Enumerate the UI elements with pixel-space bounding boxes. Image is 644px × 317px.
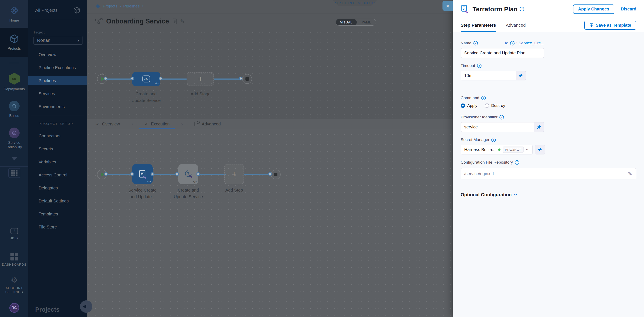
rail-item-builds[interactable]: Builds (0, 101, 28, 118)
tab-step-parameters[interactable]: Step Parameters (460, 18, 496, 32)
rail-item-home[interactable]: Home (0, 0, 28, 28)
info-icon[interactable]: i (477, 64, 482, 68)
help-chat-icon: ? (10, 228, 18, 234)
provisioner-runtime-pin-button[interactable] (534, 122, 544, 132)
add-stage-button[interactable]: + (187, 72, 214, 86)
sidebar-item-templates[interactable]: Templates (28, 210, 87, 218)
chevron-right-icon: › (120, 4, 121, 9)
chevron-right-icon: › (142, 4, 143, 9)
step-config-panel: Terraform Plan i Apply Changes Discard S… (453, 0, 644, 317)
project-select[interactable]: Rohan › (34, 36, 83, 44)
timeout-label: Timeout i (460, 63, 636, 68)
apply-changes-button[interactable]: Apply Changes (573, 4, 614, 14)
rail-more-chevron-icon[interactable] (11, 157, 17, 160)
timeout-input[interactable] (460, 71, 516, 80)
optional-configuration-toggle[interactable]: Optional Configuration › (460, 192, 636, 198)
timeout-runtime-pin-button[interactable] (516, 71, 526, 80)
name-input[interactable] (460, 48, 544, 58)
toggle-yaml[interactable]: YAML (357, 19, 376, 26)
step-node-terraform-plan[interactable]: </> (132, 164, 153, 184)
command-radio-group: Apply Destroy (460, 103, 636, 108)
info-icon[interactable]: i (491, 138, 496, 142)
add-step-button[interactable]: + (224, 164, 244, 184)
avatar[interactable]: RG (10, 303, 19, 313)
tab-advanced[interactable]: Advanced (506, 18, 526, 32)
toggle-visual[interactable]: VISUAL (336, 19, 357, 26)
rail-item-help[interactable]: ? HELP (0, 228, 28, 240)
step-id-link[interactable]: Id i : Service_Cre... (505, 41, 544, 46)
module-picker-button[interactable] (8, 168, 20, 178)
secret-manager-select[interactable]: Harness Built-i... PROJECT › (460, 145, 533, 154)
chevron-right-icon: › (181, 121, 183, 127)
visual-yaml-toggle: VISUAL YAML (336, 19, 376, 26)
sidebar-item-access-control[interactable]: Access Control (28, 170, 87, 180)
edit-pencil-icon[interactable]: ✎ (628, 171, 632, 177)
sidebar-item-services[interactable]: Services (28, 89, 87, 98)
info-icon[interactable]: i (515, 160, 519, 165)
rail-label-dashboards: DASHBOARDS (2, 262, 26, 267)
terraform-plan-icon (460, 5, 469, 14)
config-repo-input[interactable] (460, 168, 636, 180)
harness-logo-icon (95, 4, 101, 9)
config-repo-label: Configuration File Repository i (460, 160, 636, 165)
info-icon[interactable]: i (481, 96, 486, 100)
info-icon[interactable]: i (500, 115, 504, 120)
chevron-right-icon: › (78, 37, 79, 43)
tab-overview[interactable]: ✓ Overview (90, 118, 126, 129)
stage-node-create-update-service[interactable]: </> </> (132, 72, 160, 86)
panel-title: Terraform Plan (472, 6, 518, 13)
gear-icon: ⚙ (11, 276, 18, 284)
sidebar-collapse-button[interactable] (80, 300, 92, 313)
info-icon[interactable]: i (474, 41, 478, 46)
sidebar-item-connectors[interactable]: Connectors (28, 132, 87, 140)
rail-item-projects[interactable]: Projects (0, 28, 28, 57)
sidebar-title[interactable]: All Projects (35, 8, 58, 13)
rail-label-account-settings: ACCOUNT SETTINGS (4, 286, 25, 294)
tab-execution[interactable]: ✓ Execution (139, 118, 175, 129)
rail-item-account-settings[interactable]: ⚙ ACCOUNT SETTINGS (0, 276, 28, 294)
step-end-node[interactable] (271, 170, 281, 180)
close-icon: × (446, 3, 449, 10)
sidebar-item-file-store[interactable]: File Store (28, 222, 87, 232)
sidebar-item-delegates[interactable]: Delegates (28, 184, 87, 192)
sidebar-item-default-settings[interactable]: Default Settings (28, 196, 87, 206)
chevron-right-icon: › (131, 121, 133, 127)
port-dot (196, 172, 200, 176)
port-dot (130, 172, 134, 176)
rail-item-deployments[interactable]: ∞ Deployments (0, 73, 28, 91)
save-as-template-button[interactable]: Save as Template (584, 21, 636, 30)
rail-item-service-reliability[interactable]: Service Reliability (0, 128, 28, 150)
edit-pencil-icon[interactable]: ✎ (180, 18, 185, 25)
terraform-apply-step-icon (182, 168, 194, 180)
play-icon (101, 172, 104, 177)
sidebar-item-pipelines[interactable]: Pipelines (28, 76, 87, 85)
project-selector-cube-icon[interactable] (72, 6, 81, 14)
step-node-terraform-apply[interactable]: </> (178, 164, 198, 184)
name-label-row: Name i (460, 41, 478, 46)
sidebar-item-pipeline-executions[interactable]: Pipeline Executions (28, 63, 87, 72)
stage-end-node[interactable] (242, 74, 252, 84)
info-icon[interactable]: i (520, 7, 524, 11)
breadcrumb-pipelines[interactable]: Pipelines (123, 4, 140, 8)
sidebar-item-variables[interactable]: Variables (28, 158, 87, 166)
project-sidebar: All Projects Project Rohan › Overview Pi… (28, 0, 87, 317)
sidebar-item-environments[interactable]: Environments (28, 102, 87, 111)
secret-manager-runtime-pin-button[interactable] (535, 145, 545, 154)
builds-icon (9, 101, 20, 111)
breadcrumb-projects[interactable]: Projects (103, 4, 118, 8)
port-dot (159, 76, 162, 80)
tab-advanced[interactable]: Advanced (189, 118, 226, 129)
provisioner-input[interactable] (460, 122, 534, 132)
sidebar-footer-title: Projects (35, 306, 60, 313)
user-avatar-wrap[interactable]: RG (0, 303, 28, 313)
custom-stage-icon: </> (142, 75, 151, 84)
sidebar-item-secrets[interactable]: Secrets (28, 144, 87, 154)
radio-apply[interactable]: Apply (460, 103, 478, 108)
close-drawer-button[interactable]: × (442, 1, 453, 11)
sidebar-item-overview[interactable]: Overview (28, 50, 87, 59)
deployments-icon: ∞ (9, 73, 20, 85)
radio-destroy[interactable]: Destroy (485, 103, 505, 108)
rail-item-dashboards[interactable]: DASHBOARDS (0, 253, 28, 267)
notes-icon[interactable] (172, 18, 177, 24)
discard-button[interactable]: Discard (621, 6, 636, 12)
